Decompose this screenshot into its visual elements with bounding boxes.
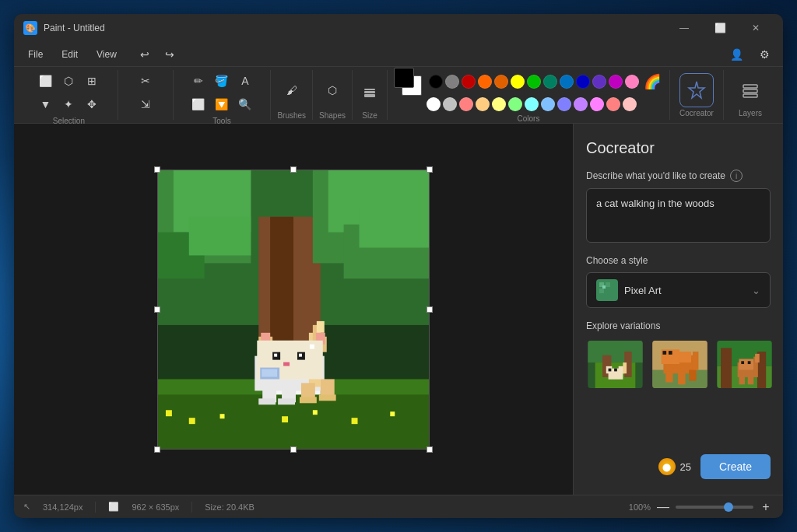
swatch-lightgray[interactable] <box>443 97 457 111</box>
style-select[interactable]: Pixel Art ⌄ <box>586 272 771 308</box>
swatch-black[interactable] <box>429 75 443 89</box>
swatch-purple[interactable] <box>592 75 606 89</box>
redo-button[interactable]: ↪ <box>159 44 181 65</box>
undo-button[interactable]: ↩ <box>134 44 156 65</box>
selection-handle-tr[interactable] <box>427 166 433 173</box>
create-button[interactable]: Create <box>700 454 771 479</box>
rectangle-select-tool[interactable]: ⬜ <box>34 70 56 92</box>
variation-3[interactable] <box>715 339 774 390</box>
selection-handle-mr[interactable] <box>427 306 433 313</box>
foreground-color[interactable] <box>394 68 414 88</box>
variations-grid <box>586 339 771 390</box>
account-icon[interactable]: 👤 <box>724 42 749 67</box>
select-all-tool[interactable]: ⊞ <box>81 70 103 92</box>
rainbow-color[interactable]: 🌈 <box>641 71 663 93</box>
swatch-green[interactable] <box>527 75 541 89</box>
color-bottom-row <box>427 97 663 111</box>
size-tool[interactable] <box>359 79 381 101</box>
fill-tool[interactable]: 🪣 <box>211 70 233 92</box>
swatch-cyan[interactable] <box>525 97 539 111</box>
svg-rect-71 <box>609 369 612 372</box>
describe-label-row: Describe what you'd like to create i <box>586 170 771 182</box>
select-down-arrow[interactable]: ▼ <box>34 93 56 115</box>
svg-rect-83 <box>669 351 672 355</box>
swatch-darkblue[interactable] <box>576 75 590 89</box>
swatch-lightpink[interactable] <box>590 97 604 111</box>
swatch-blue[interactable] <box>560 75 574 89</box>
describe-input[interactable]: a cat walking in the woods <box>586 188 771 243</box>
swatch-lightblue[interactable] <box>541 97 555 111</box>
selection-handle-tl[interactable] <box>154 166 160 173</box>
resize-tool[interactable]: ⇲ <box>135 93 156 115</box>
swatch-lightred[interactable] <box>459 97 473 111</box>
svg-rect-59 <box>599 289 604 293</box>
describe-label: Describe what you'd like to create <box>586 170 725 181</box>
svg-rect-82 <box>662 351 666 355</box>
svg-rect-2 <box>364 94 375 97</box>
menu-right-icons: 👤 ⚙ <box>724 42 777 67</box>
text-tool[interactable]: A <box>234 70 256 92</box>
eyedropper-tool[interactable]: 🔽 <box>211 93 233 115</box>
active-colors <box>394 68 422 96</box>
swatch-peach[interactable] <box>476 97 490 111</box>
brush-tool[interactable]: 🖌 <box>281 79 303 101</box>
variation-1[interactable] <box>586 339 644 390</box>
pencil-tool[interactable]: ✏ <box>188 70 209 92</box>
svg-rect-72 <box>614 369 617 372</box>
swatch-yellow[interactable] <box>511 75 525 89</box>
maximize-button[interactable]: ⬜ <box>702 14 738 42</box>
settings-icon[interactable]: ⚙ <box>752 42 777 67</box>
swatch-salmon[interactable] <box>606 97 620 111</box>
panel-title: Cocreator <box>586 139 771 157</box>
selection-handle-br[interactable] <box>427 446 433 453</box>
menu-file[interactable]: File <box>20 47 51 61</box>
magic-select-tool[interactable]: ✦ <box>58 93 79 115</box>
swatch-orange[interactable] <box>478 75 492 89</box>
swatch-red[interactable] <box>462 75 476 89</box>
variation-2[interactable] <box>651 339 709 390</box>
swatch-white[interactable] <box>427 97 441 111</box>
layers-tool-button[interactable] <box>733 73 767 107</box>
swatch-teal[interactable] <box>543 75 557 89</box>
minimize-button[interactable]: — <box>666 14 702 42</box>
swatch-pink[interactable] <box>625 75 639 89</box>
close-button[interactable]: ✕ <box>738 14 774 42</box>
swatch-lightgreen[interactable] <box>508 97 522 111</box>
move-tool[interactable]: ✥ <box>81 93 103 115</box>
swatch-lightyellow[interactable] <box>492 97 506 111</box>
selection-handle-ml[interactable] <box>154 306 160 313</box>
size-value: Size: 20.4KB <box>205 502 255 512</box>
selection-handle-bm[interactable] <box>290 446 297 453</box>
shapes-tool[interactable]: ⬡ <box>321 79 343 101</box>
swatch-magenta[interactable] <box>609 75 623 89</box>
tools-group: ✏ 🪣 A ⬜ 🔽 🔍 Tools <box>174 70 272 120</box>
eraser-tool[interactable]: ⬜ <box>188 93 209 115</box>
cocreator-label: Cocreator <box>679 109 714 117</box>
zoom-tool[interactable]: 🔍 <box>234 93 256 115</box>
swatch-brown[interactable] <box>494 75 508 89</box>
zoom-slider[interactable] <box>676 506 753 509</box>
menu-edit[interactable]: Edit <box>54 47 86 61</box>
selection-handle-tm[interactable] <box>290 166 297 173</box>
swatch-lightpurple[interactable] <box>574 97 588 111</box>
swatch-rose[interactable] <box>623 97 637 111</box>
canvas-wrapper <box>157 170 430 450</box>
status-coordinates: 314,124px <box>43 502 83 512</box>
zoom-out-button[interactable]: — <box>655 499 671 515</box>
menu-view[interactable]: View <box>89 47 125 61</box>
cocreator-tool-button[interactable] <box>679 73 714 107</box>
swatch-lavender[interactable] <box>557 97 571 111</box>
zoom-in-button[interactable]: + <box>758 499 774 515</box>
crop-tool[interactable]: ✂ <box>135 70 156 92</box>
svg-rect-52 <box>319 394 336 401</box>
selection-handle-bl[interactable] <box>154 446 160 453</box>
layers-tool-group: Layers <box>724 70 777 120</box>
dimensions-value: 962 × 635px <box>132 502 179 512</box>
canvas-area[interactable] <box>14 124 573 495</box>
info-icon[interactable]: i <box>730 170 743 182</box>
menu-bar: File Edit View ↩ ↪ 👤 ⚙ <box>14 42 783 67</box>
shapes-group: ⬡ Shapes <box>313 70 353 120</box>
free-select-tool[interactable]: ⬡ <box>58 70 79 92</box>
swatch-gray[interactable] <box>445 75 459 89</box>
ribbon: File Edit View ↩ ↪ 👤 ⚙ ⬜ ⬡ ⊞ ▼ ✦ <box>14 42 783 124</box>
